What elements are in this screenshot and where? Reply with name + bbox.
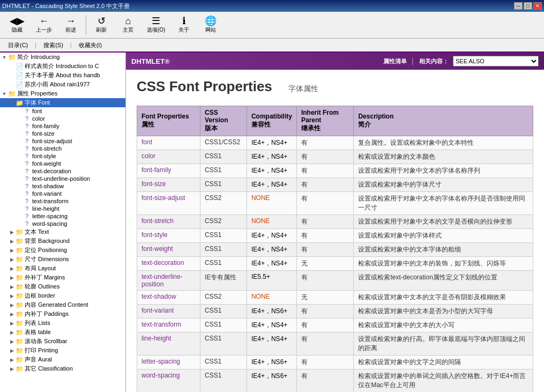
tree-item-11[interactable]: ?font-stretch	[0, 145, 125, 152]
prop-link-13[interactable]: line-height	[141, 335, 171, 342]
tree-item-15[interactable]: ?text-underline-position	[0, 175, 125, 182]
tree-item-34[interactable]: ▶📁滚动条 Scrollbar	[0, 337, 125, 346]
cell-prop-1[interactable]: color	[137, 150, 200, 164]
prop-link-14[interactable]: letter-spacing	[141, 358, 180, 365]
tree-item-24[interactable]: ▶📁定位 Positioning	[0, 246, 125, 255]
prop-link-7[interactable]: font-weight	[141, 245, 173, 253]
tree-item-3[interactable]: 📄苏庆小雨 About rain1977	[0, 80, 125, 89]
tree-item-16[interactable]: ?text-shadow	[0, 182, 125, 190]
tree-item-13[interactable]: ?font-weight	[0, 160, 125, 167]
tab-search[interactable]: 搜索(S)	[38, 39, 69, 51]
maximize-button[interactable]: □	[524, 2, 532, 10]
prop-link-3[interactable]: font-size	[141, 180, 166, 188]
prop-link-15[interactable]: word-spacing	[141, 372, 180, 379]
tree-item-30[interactable]: ▶📁内容 Generated Content	[0, 300, 125, 309]
tree-label-36: 声音 Aural	[24, 356, 52, 364]
tree-item-9[interactable]: ?font-size	[0, 130, 125, 137]
prop-link-1[interactable]: color	[141, 152, 155, 160]
tree-item-21[interactable]: ?word-spacing	[0, 220, 125, 227]
cell-compat-4: NONE	[247, 192, 296, 215]
tree-item-8[interactable]: ?font-family	[0, 122, 125, 130]
prop-link-10[interactable]: text-shadow	[141, 293, 176, 300]
minimize-button[interactable]: ─	[514, 2, 523, 10]
tree-item-5[interactable]: ▼📁字体 Font	[0, 98, 125, 107]
cell-prop-13[interactable]: line-height	[137, 332, 200, 356]
cell-prop-6[interactable]: font-style	[137, 229, 200, 243]
cell-prop-5[interactable]: font-stretch	[137, 215, 200, 229]
tree-item-10[interactable]: ?font-size-adjust	[0, 137, 125, 145]
tree-item-27[interactable]: ▶📁外补丁 Margins	[0, 273, 125, 282]
refresh-button[interactable]: ↺ 刷新	[88, 14, 114, 36]
prop-link-11[interactable]: font-variant	[141, 307, 174, 314]
tree-item-31[interactable]: ▶📁内补丁 Paddings	[0, 309, 125, 319]
prop-link-9[interactable]: text-underline-position	[141, 273, 183, 288]
cell-prop-11[interactable]: font-variant	[137, 305, 200, 319]
cell-prop-8[interactable]: text-decoration	[137, 257, 200, 271]
cell-prop-2[interactable]: font-family	[137, 164, 200, 178]
cell-prop-14[interactable]: letter-spacing	[137, 356, 200, 369]
prop-link-4[interactable]: font-size-adjust	[141, 194, 185, 202]
website-button[interactable]: 🌐 网站	[198, 14, 223, 36]
tree-item-7[interactable]: ?color	[0, 115, 125, 122]
prop-link-8[interactable]: text-decoration	[141, 259, 184, 267]
home-button[interactable]: ⌂ 主页	[115, 14, 141, 36]
tree-item-0[interactable]: ▼📁简介 Introducing	[0, 53, 125, 62]
close-button[interactable]: ✕	[533, 2, 542, 10]
tree-item-20[interactable]: ?letter-spacing	[0, 212, 125, 220]
cell-desc-15: 检索或设置对象中的单词之间插入的空格数。对于IE4+而言仅在Mac平台上可用	[354, 369, 533, 393]
tree-item-18[interactable]: ?text-transform	[0, 197, 125, 205]
cell-prop-0[interactable]: font	[137, 136, 200, 150]
folder-icon-33: 📁	[15, 329, 24, 336]
back-button[interactable]: ← 上一步	[31, 14, 57, 36]
tree-item-37[interactable]: ▶📁其它 Classification	[0, 364, 125, 373]
prop-link-6[interactable]: font-style	[141, 231, 168, 239]
tree-item-4[interactable]: ▼📁属性 Properties	[0, 89, 125, 98]
forward-button[interactable]: → 前进	[58, 14, 84, 36]
page-icon-2: 📄	[15, 72, 24, 79]
cell-prop-4[interactable]: font-size-adjust	[137, 192, 200, 215]
cell-prop-12[interactable]: text-transform	[137, 319, 200, 332]
folder-icon-22: 📁	[15, 228, 24, 236]
tree-item-22[interactable]: ▶📁文本 Text	[0, 227, 125, 236]
tree-label-34: 滚动条 Scrollbar	[24, 337, 67, 345]
tree-toggle-28: ▶	[9, 284, 15, 290]
cell-compat-9: IE5.5+	[247, 271, 296, 291]
tree-item-28[interactable]: ▶📁轮廓 Outlines	[0, 282, 125, 291]
tree-item-35[interactable]: ▶📁打印 Printing	[0, 346, 125, 355]
cell-prop-15[interactable]: word-spacing	[137, 369, 200, 393]
tree-item-23[interactable]: ▶📁背景 Background	[0, 236, 125, 246]
cell-prop-7[interactable]: font-weight	[137, 243, 200, 257]
tree-item-17[interactable]: ?font-variant	[0, 190, 125, 197]
cell-prop-10[interactable]: text-shadow	[137, 291, 200, 305]
tab-toc[interactable]: 目录(C)	[2, 39, 34, 51]
nav-tabs: 目录(C) | 搜索(S) | 收藏夹(I)	[0, 39, 544, 53]
tree-item-19[interactable]: ?line-height	[0, 205, 125, 212]
see-also-dropdown[interactable]: SEE ALSO color font-family font-size fon…	[453, 56, 539, 66]
tree-item-26[interactable]: ▶📁布局 Layout	[0, 264, 125, 273]
tree-item-33[interactable]: ▶📁表格 table	[0, 328, 125, 337]
hide-button[interactable]: ◀▶ 隐藏	[4, 14, 30, 36]
tree-item-29[interactable]: ▶📁边框 border	[0, 291, 125, 300]
prop-link-2[interactable]: font-family	[141, 166, 171, 174]
prop-link-5[interactable]: font-stretch	[141, 217, 174, 225]
options-button[interactable]: ☰ 选项(O)	[142, 14, 170, 36]
tree-item-2[interactable]: 📄关于本手册 About this handb	[0, 71, 125, 80]
cell-version-11: CSS1	[200, 305, 247, 319]
tree-item-1[interactable]: 📄样式表简介 Introduction to C	[0, 62, 125, 71]
tree-item-14[interactable]: ?text-decoration	[0, 167, 125, 175]
tree-item-6[interactable]: ?font	[0, 107, 125, 115]
cell-prop-3[interactable]: font-size	[137, 178, 200, 192]
cell-compat-12: IE4+，NS4+	[247, 319, 296, 332]
prop-link-0[interactable]: font	[141, 138, 152, 146]
tree-item-32[interactable]: ▶📁列表 Lists	[0, 319, 125, 328]
tree-item-25[interactable]: ▶📁尺寸 Dimensions	[0, 255, 125, 264]
cell-compat-5: NONE	[247, 215, 296, 229]
cell-prop-9[interactable]: text-underline-position	[137, 271, 200, 291]
tree-item-36[interactable]: ▶📁声音 Aural	[0, 355, 125, 364]
tree-item-12[interactable]: ?font-style	[0, 152, 125, 160]
cell-version-6: CSS1	[200, 229, 247, 243]
tree-label-18: text-transform	[31, 198, 69, 204]
tab-bookmarks[interactable]: 收藏夹(I)	[73, 39, 108, 51]
prop-link-12[interactable]: text-transform	[141, 321, 181, 328]
about-button[interactable]: ℹ 关于	[171, 14, 197, 36]
